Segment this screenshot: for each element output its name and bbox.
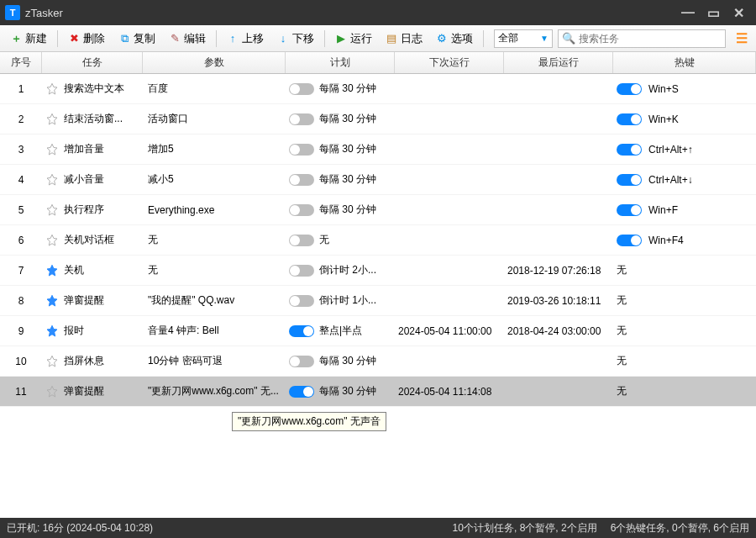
- log-icon: ▤: [386, 33, 397, 45]
- plan-toggle[interactable]: [289, 174, 314, 186]
- star-icon[interactable]: [45, 355, 59, 368]
- category-filter[interactable]: 全部▼: [494, 29, 553, 48]
- star-icon[interactable]: [45, 294, 59, 308]
- table-header: 序号 任务 参数 计划 下次运行 最后运行 热键: [0, 52, 756, 74]
- plan-text: 每隔 30 分钟: [319, 384, 376, 398]
- task-name: 报时: [64, 324, 84, 338]
- options-button[interactable]: ⚙选项: [429, 29, 480, 48]
- star-icon[interactable]: [45, 82, 59, 96]
- delete-label: 删除: [83, 31, 105, 46]
- plan-toggle[interactable]: [289, 235, 314, 246]
- edit-button[interactable]: ✎编辑: [162, 29, 213, 48]
- plan-toggle[interactable]: [289, 83, 314, 95]
- hotkey-text: 无: [617, 354, 627, 368]
- task-name: 关机: [64, 263, 84, 277]
- table-row[interactable]: 9 报时 音量4 钟声: Bell 整点|半点 2024-05-04 11:00…: [0, 316, 756, 346]
- close-button[interactable]: ✕: [726, 2, 751, 24]
- next-run: 2024-05-04 11:00:00: [395, 325, 504, 337]
- arrow-up-icon: ↑: [227, 33, 239, 45]
- task-param: 无: [143, 233, 286, 247]
- table-row[interactable]: 2 结束活动窗... 活动窗口 每隔 30 分钟 Win+K: [0, 104, 756, 134]
- plan-toggle[interactable]: [289, 204, 314, 216]
- star-icon[interactable]: [45, 113, 59, 126]
- new-button[interactable]: ＋新建: [3, 29, 54, 48]
- list-menu-button[interactable]: ☰: [731, 29, 753, 48]
- col-hotkey[interactable]: 热键: [613, 52, 756, 73]
- col-last[interactable]: 最后运行: [504, 52, 613, 73]
- table-row[interactable]: 1 搜索选中文本 百度 每隔 30 分钟 Win+S: [0, 74, 756, 104]
- maximize-button[interactable]: ▭: [701, 2, 726, 24]
- arrow-down-icon: ↓: [277, 33, 289, 45]
- task-name: 挡屏休息: [64, 354, 104, 368]
- edit-label: 编辑: [184, 31, 206, 46]
- star-icon[interactable]: [45, 385, 59, 398]
- list-icon: ☰: [736, 30, 748, 46]
- hotkey-text: 无: [617, 384, 627, 398]
- task-param: 10分钟 密码可退: [143, 354, 286, 368]
- tooltip: "更新刀网www.x6g.com" 无声音: [232, 412, 386, 431]
- plus-icon: ＋: [10, 33, 22, 45]
- hotkey-toggle[interactable]: [617, 235, 642, 246]
- table-row[interactable]: 8 弹窗提醒 "我的提醒" QQ.wav 倒计时 1小... 2019-03-2…: [0, 286, 756, 316]
- table-row[interactable]: 4 减小音量 减小5 每隔 30 分钟 Ctrl+Alt+↓: [0, 165, 756, 195]
- last-run: 2018-12-19 07:26:18: [504, 265, 613, 277]
- plan-toggle[interactable]: [289, 144, 314, 156]
- task-param: 活动窗口: [143, 112, 286, 126]
- plan-text: 倒计时 1小...: [319, 293, 376, 308]
- moveup-label: 上移: [242, 31, 264, 46]
- col-next[interactable]: 下次运行: [395, 52, 504, 73]
- row-num: 2: [0, 113, 42, 125]
- col-plan[interactable]: 计划: [286, 52, 395, 73]
- run-button[interactable]: ▶运行: [328, 29, 379, 48]
- row-num: 5: [0, 204, 42, 216]
- task-name: 搜索选中文本: [64, 82, 124, 96]
- new-label: 新建: [25, 31, 47, 46]
- plan-toggle[interactable]: [289, 386, 314, 398]
- copy-button[interactable]: ⧉复制: [112, 29, 162, 48]
- row-num: 10: [0, 356, 42, 367]
- col-num[interactable]: 序号: [0, 52, 42, 73]
- plan-toggle[interactable]: [289, 356, 314, 367]
- pencil-icon: ✎: [169, 33, 181, 45]
- hotkey-toggle[interactable]: [617, 144, 642, 156]
- plan-toggle[interactable]: [289, 325, 314, 337]
- search-input[interactable]: [579, 33, 722, 45]
- hotkey-toggle[interactable]: [617, 174, 642, 186]
- table-row[interactable]: 6 关机对话框 无 无 Win+F4: [0, 225, 756, 256]
- last-run: 2019-03-26 10:18:11: [504, 295, 613, 307]
- star-icon[interactable]: [45, 264, 59, 277]
- row-num: 11: [0, 386, 42, 398]
- separator: [324, 30, 325, 47]
- hotkey-text: Win+F4: [648, 235, 684, 246]
- delete-button[interactable]: ✖删除: [61, 29, 112, 48]
- table-row[interactable]: 7 关机 无 倒计时 2小... 2018-12-19 07:26:18 无: [0, 256, 756, 286]
- col-param[interactable]: 参数: [143, 52, 286, 73]
- task-param: 减小5: [143, 172, 286, 187]
- task-param: "更新刀网www.x6g.com" 无...: [143, 384, 286, 398]
- plan-toggle[interactable]: [289, 265, 314, 277]
- log-button[interactable]: ▤日志: [379, 29, 429, 48]
- task-param: Everything.exe: [143, 204, 286, 216]
- hotkey-toggle[interactable]: [617, 204, 642, 216]
- movedown-button[interactable]: ↓下移: [270, 29, 321, 48]
- table-row[interactable]: 10 挡屏休息 10分钟 密码可退 每隔 30 分钟 无: [0, 346, 756, 377]
- star-icon[interactable]: [45, 324, 59, 338]
- moveup-button[interactable]: ↑上移: [220, 29, 270, 48]
- table-row[interactable]: 5 执行程序 Everything.exe 每隔 30 分钟 Win+F: [0, 195, 756, 225]
- table-row[interactable]: 11 弹窗提醒 "更新刀网www.x6g.com" 无... 每隔 30 分钟 …: [0, 377, 756, 407]
- star-icon[interactable]: [45, 234, 59, 247]
- task-name: 执行程序: [64, 203, 104, 217]
- options-label: 选项: [451, 31, 473, 46]
- plan-toggle[interactable]: [289, 113, 314, 125]
- search-box[interactable]: 🔍: [558, 29, 726, 48]
- plan-toggle[interactable]: [289, 295, 314, 307]
- minimize-button[interactable]: —: [675, 2, 701, 24]
- col-task[interactable]: 任务: [42, 52, 143, 73]
- hotkey-toggle[interactable]: [617, 113, 642, 125]
- hotkey-toggle[interactable]: [617, 83, 642, 95]
- star-icon[interactable]: [45, 143, 59, 156]
- star-icon[interactable]: [45, 173, 59, 187]
- star-icon[interactable]: [45, 203, 59, 217]
- table-row[interactable]: 3 增加音量 增加5 每隔 30 分钟 Ctrl+Alt+↑: [0, 134, 756, 165]
- plan-text: 无: [319, 233, 329, 247]
